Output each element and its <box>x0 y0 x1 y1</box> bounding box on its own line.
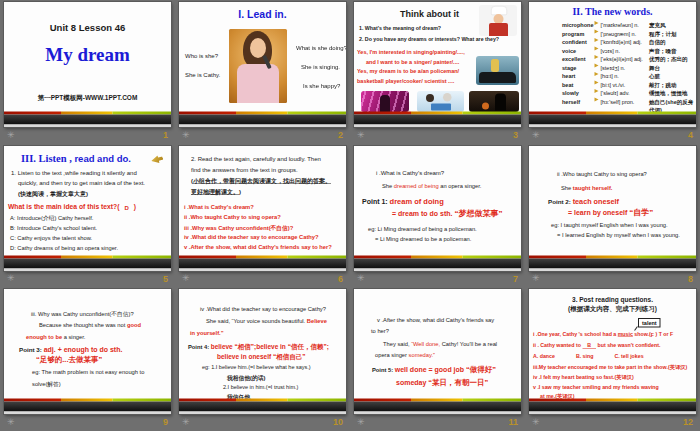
slide-thumbnail-6[interactable]: 2. Read the text again, carefully and lo… <box>179 146 346 271</box>
question-text: v .After the show, what did Cathy's frie… <box>377 317 494 323</box>
transition-star-icon[interactable]: ✳ <box>357 131 365 140</box>
speaker-icon[interactable] <box>595 55 599 59</box>
person-head <box>443 93 452 102</box>
transition-star-icon[interactable]: ✳ <box>357 418 365 427</box>
instruction-text: find the answers from the text in groups… <box>191 166 298 173</box>
slide-thumbnail-9[interactable]: iii. Why was Cathy unconfident(不自信)? Bec… <box>4 289 171 414</box>
thumbnail-meta: ✳ 4 <box>529 129 696 141</box>
thumbnail-meta: ✳ 6 <box>179 273 346 285</box>
transition-star-icon[interactable]: ✳ <box>182 131 190 140</box>
speaker-icon[interactable] <box>595 81 599 85</box>
meaning: 舞台 <box>649 64 694 73</box>
transition-star-icon[interactable]: ✳ <box>182 274 190 283</box>
transition-star-icon[interactable]: ✳ <box>7 274 15 283</box>
thumbnail-meta: ✳ 12 <box>529 416 696 428</box>
exercise-item: show.( <box>633 331 651 337</box>
word-row: confident ['kɒnfɪd(ə)nt] adj. 自信的 <box>562 38 694 47</box>
slide-thumbnail-11[interactable]: v .After the show, what did Cathy's frie… <box>354 289 521 414</box>
slide-cell-3: Think about it 1. What's the meaning of … <box>350 0 525 144</box>
word: excellent <box>562 55 595 64</box>
speaker-icon[interactable] <box>595 98 599 102</box>
answer-part: She said, “Your voice sounds beautiful. <box>206 318 307 324</box>
transition-star-icon[interactable]: ✳ <box>7 418 15 427</box>
horn-icon[interactable] <box>150 153 164 164</box>
thumbnail-meta: ✳ 8 <box>529 273 696 285</box>
answer-highlight: enough to be <box>26 334 62 340</box>
speaker-icon[interactable] <box>595 64 599 68</box>
speaker-icon[interactable] <box>595 30 599 34</box>
bottom-band <box>529 258 696 268</box>
slide-thumbnail-2[interactable]: I. Lead in. Who is she? She is Cathy. Wh… <box>179 2 346 127</box>
word: program <box>562 30 595 39</box>
transition-star-icon[interactable]: ✳ <box>532 131 540 140</box>
slide-number: 6 <box>338 274 343 284</box>
question-text: Who is she? <box>185 52 218 59</box>
slide-thumbnail-1[interactable]: Unit 8 Lesson 46 My dream 第一PPT模板网-WWW.1… <box>4 2 171 127</box>
question-text: ii .Who taught Cathy to sing opera? <box>557 171 647 177</box>
slide-thumbnail-8[interactable]: ii .Who taught Cathy to sing opera? She … <box>529 146 696 271</box>
question-text: i .What is Cathy's dream? <box>376 169 444 176</box>
slide-7-canvas: i .What is Cathy's dream? She dreamed of… <box>354 146 521 271</box>
point-label: Point 1: <box>362 197 390 205</box>
slide-number: 2 <box>338 130 343 140</box>
sample-answer: basketball player/cooker/ scientist .... <box>357 78 454 84</box>
bottom-band <box>529 115 696 125</box>
slide-number: 10 <box>333 417 343 427</box>
basketball-shape <box>482 103 489 110</box>
lesson-header: Unit 8 Lesson 46 <box>4 22 171 33</box>
word-list: microphone ['maɪkrəfəʊn] n. 麦克风 program … <box>562 21 694 115</box>
bottom-band <box>179 115 346 125</box>
word-row: heart [hɑ:t] n. 心脏 <box>562 72 694 81</box>
equivalent-phrase: = dream to do sth. <box>392 209 454 217</box>
slide-subtitle: (根据课文内容、完成下列练习) <box>529 305 696 314</box>
main-idea-question: ) <box>134 203 136 211</box>
thumbnail-meta: ✳ 2 <box>179 129 346 141</box>
answer-part: Cathy! You'll be a real <box>440 341 497 347</box>
exercise-item: ii . Cathy wanted to <box>533 342 582 348</box>
slide-10-canvas: iv .What did the teacher say to encourag… <box>179 289 346 414</box>
point-phrase: teach oneself <box>573 197 619 205</box>
slide-cell-9: iii. Why was Cathy unconfident(不自信)? Bec… <box>0 287 175 431</box>
speaker-icon[interactable] <box>595 38 599 42</box>
slide-thumbnail-12[interactable]: 3. Post reading questions. (根据课文内容、完成下列练… <box>529 289 696 414</box>
instruction-text: quickly, and then try to get main idea o… <box>18 179 145 186</box>
option-c: C: Cathy enjoys the talent show. <box>10 234 92 240</box>
phonetic: ['kɒnfɪd(ə)nt] adj. <box>601 38 649 47</box>
crossed-word: music <box>618 331 633 337</box>
transition-star-icon[interactable]: ✳ <box>7 131 15 140</box>
bottom-band <box>4 402 171 412</box>
speaker-icon[interactable] <box>595 89 599 93</box>
answer-highlight: good <box>127 322 141 328</box>
slide-number: 3 <box>513 130 518 140</box>
slide-thumbnail-3[interactable]: Think about it 1. What's the meaning of … <box>354 2 521 127</box>
phonetic: ['prəʊɡræm] n. <box>601 30 649 39</box>
speaker-icon[interactable] <box>595 21 599 25</box>
point-cn: “某日，有朝一日” <box>428 378 488 387</box>
word-row: slowly ['sləʊlɪ] adv. 缓慢地，慢慢地 <box>562 89 694 98</box>
slide-11-canvas: v .After the show, what did Cathy's frie… <box>354 289 521 414</box>
transition-star-icon[interactable]: ✳ <box>532 418 540 427</box>
transition-star-icon[interactable]: ✳ <box>357 274 365 283</box>
slide-2-canvas: I. Lead in. Who is she? She is Cathy. Wh… <box>179 2 346 127</box>
slide-thumbnail-7[interactable]: i .What is Cathy's dream? She dreamed of… <box>354 146 521 271</box>
slide-9-canvas: iii. Why was Cathy unconfident(不自信)? Bec… <box>4 289 171 414</box>
speaker-icon[interactable] <box>595 47 599 51</box>
slide-thumbnail-4[interactable]: II. The new words. microphone ['maɪkrəfə… <box>529 2 696 127</box>
answer-letter: D <box>119 204 133 211</box>
slide-thumbnail-5[interactable]: III. Listen , read and do. 1. Listen to … <box>4 146 171 271</box>
speaker-icon[interactable] <box>595 72 599 76</box>
transition-star-icon[interactable]: ✳ <box>532 274 540 283</box>
transition-star-icon[interactable]: ✳ <box>182 418 190 427</box>
word: slowly <box>562 89 595 98</box>
option-d: D: Cathy dreams of being an opera singer… <box>10 244 118 250</box>
option-b: B: Introduce Cathy's school talent. <box>10 224 97 230</box>
word: voice <box>562 47 595 56</box>
answer-letter: B <box>582 342 596 349</box>
slide-number: 12 <box>683 417 693 427</box>
slide-thumbnail-10[interactable]: iv .What did the teacher say to encourag… <box>179 289 346 414</box>
meaning: 声音；嗓音 <box>649 47 694 56</box>
slide-cell-4: II. The new words. microphone ['maɪkrəfə… <box>525 0 700 144</box>
chef-photo <box>479 5 517 36</box>
thumbnail-meta: ✳ 1 <box>4 129 171 141</box>
slide-edge <box>354 412 521 415</box>
